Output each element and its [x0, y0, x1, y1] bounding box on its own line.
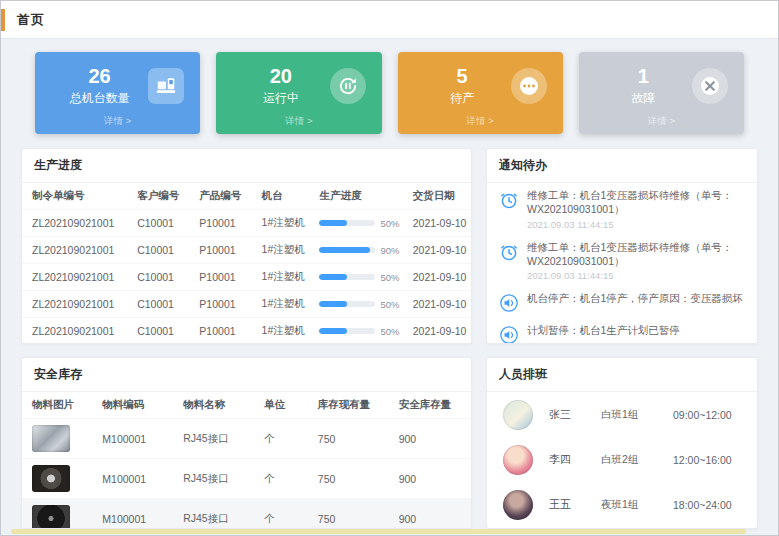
notification-time: 2021.09.03 11:44:15: [527, 219, 745, 230]
notification-time: 2021.09.03 11:44:15: [527, 340, 745, 344]
material-image: [32, 505, 70, 529]
order-no: ZL202109021001: [22, 210, 133, 237]
delivery-date: 2021-09-10: [409, 264, 471, 291]
progress-label: 50%: [380, 218, 399, 229]
ellipsis-icon: [511, 68, 547, 104]
progress-bar: [319, 301, 375, 307]
detail-link-total[interactable]: 详情 >: [35, 115, 200, 134]
progress-label: 50%: [380, 299, 399, 310]
avatar: [503, 400, 533, 430]
staff-name: 王五: [549, 497, 601, 512]
current-stock: 750: [314, 499, 395, 530]
standby-value: 5: [414, 65, 511, 88]
col-current-stock: 库存现有量: [314, 392, 395, 419]
staff-schedule-panel: 人员排班 张三 白班1组 09:00~12:00 李四 白班2组 12:00~1…: [486, 357, 758, 529]
staff-name: 张三: [549, 407, 601, 422]
table-header-row: 制令单编号 客户编号 产品编号 机台 生产进度 交货日期: [22, 183, 471, 210]
notification-text: 机台停产：机台1停产，停产原因：变压器损坏: [527, 292, 745, 306]
progress-cell: 50%: [315, 291, 408, 318]
material-name: RJ45接口: [179, 459, 260, 499]
notification-item[interactable]: 维修工单：机台1变压器损坏待维修（单号：WX202109031001） 2021…: [487, 235, 757, 287]
material-code: M100001: [98, 419, 179, 459]
standby-label: 待产: [414, 90, 511, 107]
current-stock: 750: [314, 419, 395, 459]
order-no: ZL202109021001: [22, 318, 133, 345]
table-header-row: 物料图片 物料编码 物料名称 单位 库存现有量 安全库存量: [22, 392, 471, 419]
notification-item[interactable]: 机台停产：机台1停产，停产原因：变压器损坏: [487, 286, 757, 318]
stat-card-total-machines[interactable]: 26 总机台数量 详情 >: [35, 52, 200, 134]
panel-title-schedule: 人员排班: [487, 358, 757, 392]
notification-body: 计划暂停：机台1生产计划已暂停 2021.09.03 11:44:15: [527, 324, 745, 344]
avatar: [503, 490, 533, 520]
material-image-cell: [22, 499, 98, 530]
total-machines-label: 总机台数量: [51, 90, 148, 107]
table-row: M100001 RJ45接口 个 750 900: [22, 459, 471, 499]
table-row: ZL202109021001 C10001 P10001 1#注塑机 50% 2…: [22, 318, 471, 345]
running-label: 运行中: [232, 90, 329, 107]
card-main: 26 总机台数量: [35, 52, 200, 115]
notification-time: 2021.09.03 11:44:15: [527, 270, 745, 281]
card-main: 1 故障: [579, 52, 744, 115]
notification-body: 维修工单：机台1变压器损坏待维修（单号：WX202109031001） 2021…: [527, 189, 745, 230]
customer-no: C10001: [133, 264, 195, 291]
page-title: 首页: [17, 11, 45, 29]
product-no: P10001: [195, 237, 257, 264]
staff-name: 李四: [549, 452, 601, 467]
detail-link-standby[interactable]: 详情 >: [398, 115, 563, 134]
stat-cards-row: 26 总机台数量 详情 >: [35, 52, 744, 134]
col-order-no: 制令单编号: [22, 183, 133, 210]
stat-card-fault[interactable]: 1 故障 详情 >: [579, 52, 744, 134]
col-safety-stock: 安全库存量: [395, 392, 471, 419]
progress-cell: 50%: [315, 318, 408, 345]
order-no: ZL202109021001: [22, 237, 133, 264]
col-unit: 单位: [260, 392, 314, 419]
notifications-panel: 通知待办 维修工单：机台1变压器损坏待维修（单号：WX202109031001）…: [486, 148, 758, 344]
safety-stock: 900: [395, 499, 471, 530]
material-image-cell: [22, 459, 98, 499]
notification-item[interactable]: 计划暂停：机台1生产计划已暂停 2021.09.03 11:44:15: [487, 318, 757, 344]
progress-bar: [319, 247, 375, 253]
card-text: 5 待产: [414, 65, 511, 107]
clock-icon: [499, 242, 519, 262]
progress-label: 50%: [380, 326, 399, 337]
stat-card-standby[interactable]: 5 待产 详情 >: [398, 52, 563, 134]
staff-time: 09:00~12:00: [673, 409, 741, 421]
product-no: P10001: [195, 318, 257, 345]
schedule-row: 王五 夜班1组 18:00~24:00: [487, 482, 757, 527]
table-row: ZL202109021001 C10001 P10001 1#注塑机 90% 2…: [22, 237, 471, 264]
material-code: M100001: [98, 459, 179, 499]
progress-cell: 50%: [315, 264, 408, 291]
card-text: 20 运行中: [232, 65, 329, 107]
current-stock: 750: [314, 459, 395, 499]
progress-bar: [319, 220, 375, 226]
col-product-no: 产品编号: [195, 183, 257, 210]
safety-stock-panel: 安全库存 物料图片 物料编码 物料名称 单位 库存现有量 安全库存量: [21, 357, 472, 529]
unit: 个: [260, 499, 314, 530]
safety-stock: 900: [395, 459, 471, 499]
customer-no: C10001: [133, 237, 195, 264]
machine-name: 1#注塑机: [258, 237, 316, 264]
customer-no: C10001: [133, 291, 195, 318]
progress-bar: [319, 274, 375, 280]
delivery-date: 2021-09-10: [409, 318, 471, 345]
delivery-date: 2021-09-10: [409, 210, 471, 237]
material-image: [32, 465, 70, 492]
staff-time: 12:00~16:00: [673, 454, 741, 466]
detail-link-fault[interactable]: 详情 >: [579, 115, 744, 134]
order-no: ZL202109021001: [22, 264, 133, 291]
panel-title-inventory: 安全库存: [22, 358, 471, 392]
stat-card-running[interactable]: 20 运行中 详情 >: [216, 52, 381, 134]
progress-label: 90%: [380, 245, 399, 256]
machine-icon: [148, 68, 184, 104]
notification-text: 维修工单：机台1变压器损坏待维修（单号：WX202109031001）: [527, 241, 745, 269]
notification-item[interactable]: 维修工单：机台1变压器损坏待维修（单号：WX202109031001） 2021…: [487, 183, 757, 235]
notification-body: 维修工单：机台1变压器损坏待维修（单号：WX202109031001） 2021…: [527, 241, 745, 282]
running-value: 20: [232, 65, 329, 88]
table-row: ZL202109021001 C10001 P10001 1#注塑机 50% 2…: [22, 210, 471, 237]
detail-link-running[interactable]: 详情 >: [216, 115, 381, 134]
production-progress-panel: 生产进度 制令单编号 客户编号 产品编号 机台 生产进度 交货日期: [21, 148, 472, 344]
left-accent-bar: [1, 9, 5, 31]
customer-no: C10001: [133, 318, 195, 345]
machine-name: 1#注塑机: [258, 318, 316, 345]
tools-icon: [692, 68, 728, 104]
